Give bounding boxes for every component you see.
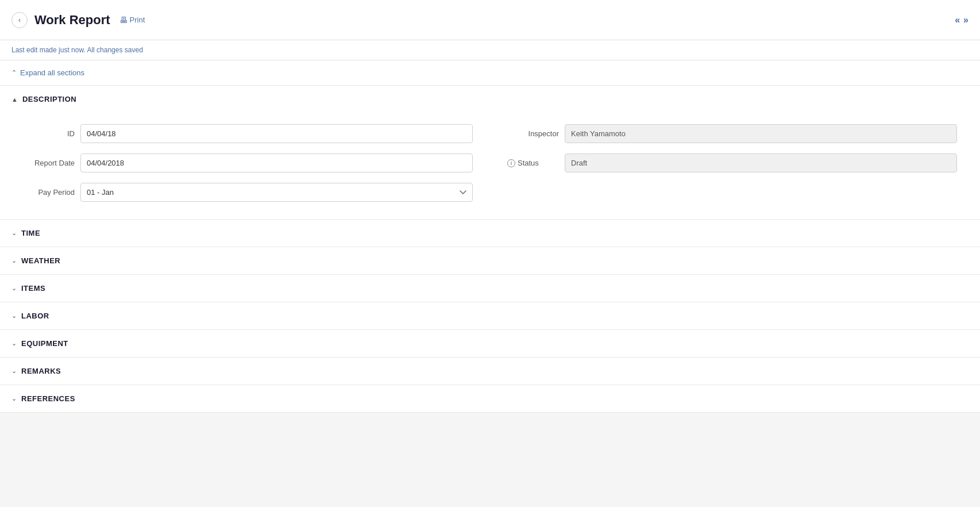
- status-input: [565, 153, 957, 172]
- section-description-title: DESCRIPTION: [22, 95, 76, 103]
- print-icon: 🖶: [119, 16, 128, 25]
- section-remarks-header[interactable]: ⌄ REMARKS: [0, 358, 980, 385]
- items-chevron-icon: ⌄: [11, 285, 17, 292]
- report-date-label: Report Date: [23, 159, 75, 167]
- status-info-icon[interactable]: i: [507, 159, 515, 167]
- section-remarks-title: REMARKS: [21, 367, 61, 375]
- section-references-title: REFERENCES: [21, 394, 75, 403]
- section-remarks: ⌄ REMARKS: [0, 358, 980, 385]
- print-label: Print: [130, 16, 145, 24]
- status-label-container: i Status: [507, 159, 559, 167]
- expand-all-button[interactable]: Expand all sections: [20, 68, 84, 77]
- field-row-inspector: Inspector: [507, 124, 957, 143]
- remarks-chevron-icon: ⌄: [11, 367, 17, 375]
- description-right-fields: Inspector i Status: [507, 124, 957, 202]
- prev-nav-button[interactable]: «: [955, 15, 960, 25]
- field-row-pay-period: Pay Period 01 - Jan 02 - Feb 03 - Mar 04…: [23, 183, 473, 202]
- section-time: ⌄ TIME: [0, 220, 980, 247]
- field-row-report-date: Report Date: [23, 153, 473, 172]
- header-nav: « »: [955, 15, 969, 25]
- section-time-header[interactable]: ⌄ TIME: [0, 220, 980, 247]
- section-items-title: ITEMS: [21, 284, 45, 293]
- field-row-status: i Status: [507, 153, 957, 172]
- section-equipment-header[interactable]: ⌄ EQUIPMENT: [0, 330, 980, 357]
- description-left-fields: ID Report Date Pay Period 01 - Jan 02 - …: [23, 124, 473, 202]
- section-items: ⌄ ITEMS: [0, 275, 980, 302]
- inspector-input: [565, 124, 957, 143]
- status-label-text: Status: [518, 159, 539, 167]
- inspector-label: Inspector: [507, 129, 559, 138]
- section-weather-header[interactable]: ⌄ WEATHER: [0, 247, 980, 274]
- field-row-id: ID: [23, 124, 473, 143]
- section-references-header[interactable]: ⌄ REFERENCES: [0, 385, 980, 412]
- section-labor: ⌄ LABOR: [0, 302, 980, 330]
- print-button[interactable]: 🖶 Print: [119, 16, 145, 25]
- references-chevron-icon: ⌄: [11, 395, 17, 402]
- section-items-header[interactable]: ⌄ ITEMS: [0, 275, 980, 302]
- back-button[interactable]: ‹: [11, 12, 28, 28]
- collapse-icon: ⌃: [11, 69, 17, 76]
- section-time-title: TIME: [21, 229, 40, 237]
- page-header: ‹ Work Report 🖶 Print « »: [0, 0, 980, 40]
- page-title: Work Report: [34, 13, 110, 28]
- main-content: ⌃ Expand all sections ▲ DESCRIPTION ID: [0, 60, 980, 413]
- expand-all-label: Expand all sections: [20, 68, 84, 77]
- last-edit-text: Last edit made just now. All changes sav…: [11, 46, 143, 54]
- next-nav-button[interactable]: »: [963, 15, 969, 25]
- pay-period-select[interactable]: 01 - Jan 02 - Feb 03 - Mar 04 - Apr 05 -…: [80, 183, 473, 202]
- report-date-input[interactable]: [80, 153, 473, 172]
- equipment-chevron-icon: ⌄: [11, 340, 17, 347]
- section-equipment: ⌄ EQUIPMENT: [0, 330, 980, 358]
- description-chevron-icon: ▲: [11, 96, 18, 103]
- expand-all-row: ⌃ Expand all sections: [0, 60, 980, 86]
- id-input[interactable]: [80, 124, 473, 143]
- weather-chevron-icon: ⌄: [11, 257, 17, 264]
- section-weather: ⌄ WEATHER: [0, 247, 980, 275]
- section-labor-title: LABOR: [21, 312, 49, 320]
- section-description-body: ID Report Date Pay Period 01 - Jan 02 - …: [0, 113, 980, 219]
- description-form-grid: ID Report Date Pay Period 01 - Jan 02 - …: [23, 124, 957, 202]
- pay-period-label: Pay Period: [23, 188, 75, 197]
- labor-chevron-icon: ⌄: [11, 312, 17, 320]
- time-chevron-icon: ⌄: [11, 229, 17, 237]
- section-labor-header[interactable]: ⌄ LABOR: [0, 302, 980, 329]
- back-icon: ‹: [18, 16, 21, 24]
- section-description-header[interactable]: ▲ DESCRIPTION: [0, 86, 980, 113]
- section-weather-title: WEATHER: [21, 256, 60, 265]
- sub-header: Last edit made just now. All changes sav…: [0, 40, 980, 60]
- section-description: ▲ DESCRIPTION ID Report Date: [0, 86, 980, 220]
- section-references: ⌄ REFERENCES: [0, 385, 980, 413]
- id-label: ID: [23, 129, 75, 138]
- section-equipment-title: EQUIPMENT: [21, 339, 68, 348]
